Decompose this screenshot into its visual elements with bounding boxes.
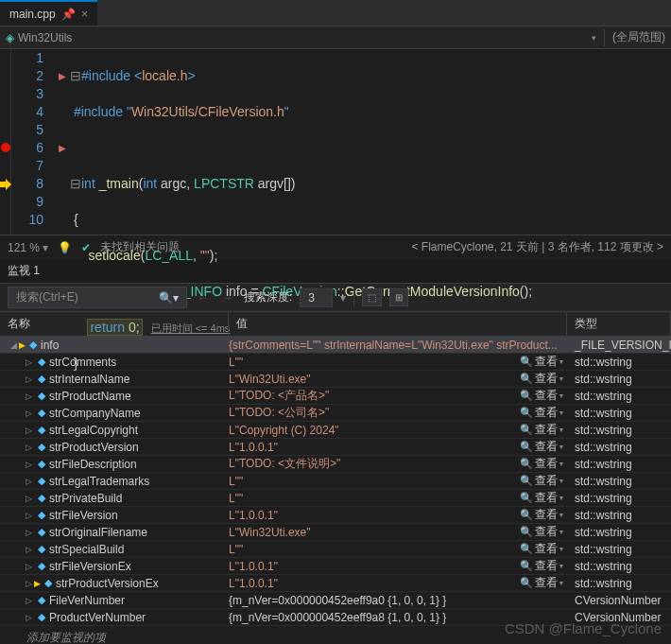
- current-line-icon: [0, 179, 11, 190]
- watch-row[interactable]: ▷◆strSpecialBuildL""🔍查看▾std::wstring: [0, 541, 671, 558]
- expand-icon[interactable]: ◢: [8, 340, 19, 350]
- watch-row[interactable]: ▷◆strProductVersionL"1.0.0.1"🔍查看▾std::ws…: [0, 439, 671, 456]
- tool-btn-2[interactable]: ⊞: [389, 288, 408, 306]
- watch-row[interactable]: ▷▶◆strProductVersionExL"1.0.0.1"🔍查看▾std:…: [0, 575, 671, 592]
- var-icon: ◆: [38, 509, 45, 521]
- tab-main-cpp[interactable]: main.cpp 📌 ×: [0, 0, 97, 26]
- expand-icon[interactable]: ▷: [23, 443, 34, 452]
- expand-icon[interactable]: ▷: [23, 528, 34, 537]
- expand-icon[interactable]: ▷: [23, 374, 34, 384]
- expand-icon[interactable]: ▷: [23, 392, 34, 401]
- magnify-icon: 🔍: [520, 390, 533, 402]
- close-icon[interactable]: ×: [81, 7, 89, 21]
- namespace-dropdown[interactable]: ◈ Win32Utils: [6, 31, 584, 44]
- expand-icon[interactable]: ▷: [23, 562, 34, 571]
- watch-row[interactable]: ◢▶◆info{strComments=L"" strInternalName=…: [0, 337, 671, 354]
- view-button[interactable]: 🔍查看▾: [520, 541, 563, 557]
- view-button[interactable]: 🔍查看▾: [520, 422, 563, 438]
- var-icon: ◆: [38, 594, 45, 606]
- expand-icon[interactable]: ▷: [23, 511, 34, 520]
- watch-row[interactable]: ▷◆strFileVersionExL"1.0.0.1"🔍查看▾std::wst…: [0, 558, 671, 575]
- var-icon: ◆: [38, 390, 45, 402]
- watch-row[interactable]: ▷◆strPrivateBuildL""🔍查看▾std::wstring: [0, 490, 671, 507]
- breakpoint-gutter[interactable]: [0, 49, 11, 235]
- magnify-icon: 🔍: [520, 373, 533, 385]
- breakpoint-icon[interactable]: [1, 143, 10, 152]
- expand-icon[interactable]: ▷: [23, 494, 34, 503]
- view-button[interactable]: 🔍查看▾: [520, 507, 563, 523]
- col-name[interactable]: 名称: [0, 312, 229, 336]
- expand-icon[interactable]: ▷: [23, 613, 34, 622]
- view-button[interactable]: 🔍查看▾: [520, 354, 563, 370]
- view-button[interactable]: 🔍查看▾: [520, 371, 563, 387]
- add-watch-item[interactable]: 添加要监视的项: [0, 626, 671, 644]
- view-button[interactable]: 🔍查看▾: [520, 524, 563, 540]
- back-icon[interactable]: ←: [195, 291, 212, 305]
- magnify-icon: 🔍: [520, 458, 533, 470]
- magnify-icon: 🔍: [520, 475, 533, 487]
- col-type[interactable]: 类型: [567, 312, 671, 336]
- view-button[interactable]: 🔍查看▾: [520, 456, 563, 472]
- expand-icon[interactable]: ▷: [23, 409, 34, 418]
- expand-icon[interactable]: ▷: [23, 545, 34, 554]
- magnify-icon: 🔍: [520, 509, 533, 521]
- depth-select[interactable]: 3: [300, 288, 333, 307]
- tool-btn-1[interactable]: ⬚: [362, 288, 382, 306]
- view-button[interactable]: 🔍查看▾: [520, 558, 563, 574]
- code-editor[interactable]: 12345678910 ▶▶ ⊟#include <locale.h> #inc…: [0, 49, 671, 235]
- expand-icon[interactable]: ▷: [23, 579, 34, 588]
- var-icon: ◆: [38, 441, 45, 453]
- expand-icon[interactable]: ▷: [23, 357, 34, 367]
- col-value[interactable]: 值: [229, 312, 567, 336]
- watch-row[interactable]: ▷◆strFileVersionL"1.0.0.1"🔍查看▾std::wstri…: [0, 507, 671, 524]
- lightbulb-icon[interactable]: 💡: [58, 241, 72, 254]
- scope-dropdown[interactable]: (全局范围): [612, 29, 665, 45]
- expand-icon[interactable]: ▷: [23, 426, 34, 435]
- watch-row[interactable]: ▷◆FileVerNumber{m_nVer=0x000000452eeff9a…: [0, 592, 671, 609]
- var-icon: ◆: [38, 543, 45, 555]
- watch-row[interactable]: ▷◆strLegalCopyrightL"Copyright (C) 2024"…: [0, 422, 671, 439]
- watch-row[interactable]: ▷◆strCompanyNameL"TODO: <公司名>"🔍查看▾std::w…: [0, 405, 671, 422]
- depth-label: 搜索深度:: [244, 289, 292, 305]
- expand-icon[interactable]: ▷: [23, 596, 34, 605]
- expand-icon[interactable]: ▷: [23, 477, 34, 486]
- var-icon: ◆: [38, 373, 45, 385]
- tab-bar: main.cpp 📌 ×: [0, 0, 671, 26]
- view-button[interactable]: 🔍查看▾: [520, 575, 563, 591]
- var-icon: ◆: [38, 611, 45, 623]
- watch-row[interactable]: ▷◆strCommentsL""🔍查看▾std::wstring: [0, 354, 671, 371]
- issues-text[interactable]: 未找到相关问题: [100, 239, 180, 255]
- zoom-control[interactable]: 121 %▾: [8, 241, 48, 254]
- var-icon: ◆: [38, 475, 45, 487]
- view-button[interactable]: 🔍查看▾: [520, 473, 563, 489]
- watch-grid-header: 名称 值 类型: [0, 312, 671, 337]
- tab-label: main.cpp: [9, 8, 56, 21]
- watch-row[interactable]: ▷◆strOriginalFilenameL"Win32Uti.exe"🔍查看▾…: [0, 524, 671, 541]
- forward-icon[interactable]: →: [219, 291, 236, 305]
- magnify-icon: 🔍: [520, 577, 533, 589]
- view-button[interactable]: 🔍查看▾: [520, 490, 563, 506]
- search-icon[interactable]: 🔍▾: [159, 291, 179, 305]
- var-icon: ◆: [38, 526, 45, 538]
- watch-row[interactable]: ▷◆strProductNameL"TODO: <产品名>"🔍查看▾std::w…: [0, 388, 671, 405]
- watch-row[interactable]: ▷◆strFileDescriptionL"TODO: <文件说明>"🔍查看▾s…: [0, 456, 671, 473]
- magnify-icon: 🔍: [520, 560, 533, 572]
- watch-row[interactable]: ▷◆ProductVerNumber{m_nVer=0x000000452eef…: [0, 609, 671, 626]
- chevron-down-icon[interactable]: ▾: [592, 33, 596, 43]
- check-icon: ✔: [81, 241, 91, 254]
- line-numbers: 12345678910: [11, 49, 55, 235]
- view-button[interactable]: 🔍查看▾: [520, 439, 563, 455]
- view-button[interactable]: 🔍查看▾: [520, 388, 563, 404]
- magnify-icon: 🔍: [520, 441, 533, 453]
- view-button[interactable]: 🔍查看▾: [520, 405, 563, 421]
- magnify-icon: 🔍: [520, 407, 533, 419]
- watch-row[interactable]: ▷◆strInternalNameL"Win32Uti.exe"🔍查看▾std:…: [0, 371, 671, 388]
- watch-row[interactable]: ▷◆strLegalTrademarksL""🔍查看▾std::wstring: [0, 473, 671, 490]
- pin-icon[interactable]: 📌: [61, 8, 76, 21]
- blame-text[interactable]: < FlameCyclone, 21 天前 | 3 名作者, 112 项更改 >: [411, 239, 663, 255]
- var-icon: ◆: [38, 492, 45, 504]
- source-text[interactable]: ⊟#include <locale.h> #include "Win32Util…: [70, 49, 671, 235]
- magnify-icon: 🔍: [520, 543, 533, 555]
- search-input[interactable]: 搜索(Ctrl+E) 🔍▾: [8, 287, 187, 308]
- expand-icon[interactable]: ▷: [23, 460, 34, 469]
